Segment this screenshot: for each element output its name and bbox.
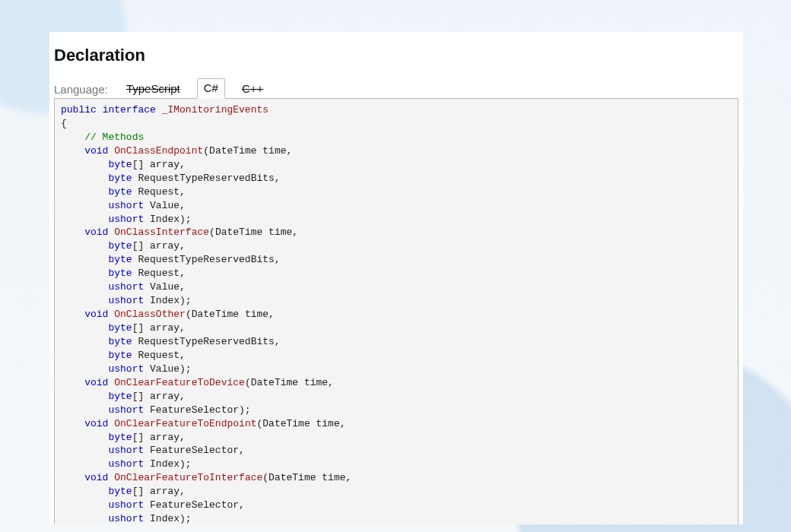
language-label: Language:: [54, 83, 108, 99]
tab-csharp[interactable]: C#: [197, 78, 225, 99]
code-box: public interface _IMonitoringEvents { //…: [54, 98, 739, 524]
tab-typescript[interactable]: TypeScript: [120, 80, 186, 99]
section-heading: Declaration: [49, 46, 743, 65]
code-listing: public interface _IMonitoringEvents { //…: [61, 103, 732, 524]
tab-cpp[interactable]: C++: [236, 80, 269, 99]
language-tabs: Language: TypeScript C# C++: [49, 78, 743, 99]
declaration-panel: Declaration Language: TypeScript C# C++ …: [49, 32, 743, 524]
